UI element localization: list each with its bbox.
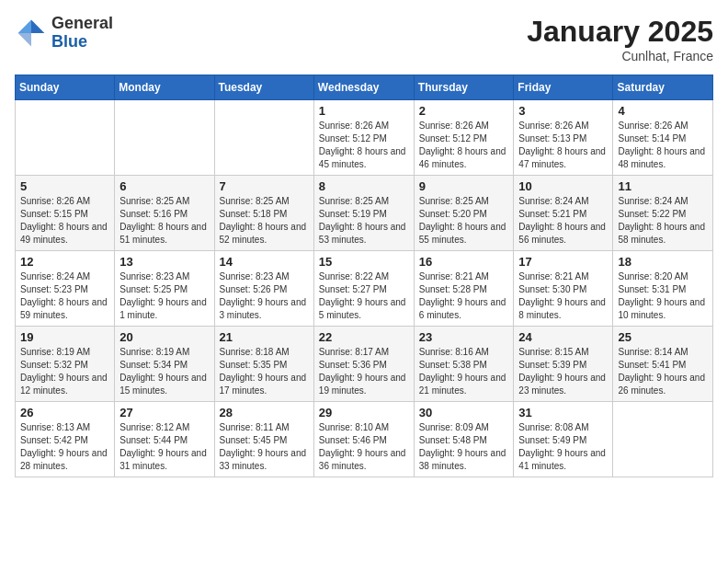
day-info: Sunrise: 8:19 AMSunset: 5:34 PMDaylight:… <box>119 346 209 397</box>
day-info: Sunrise: 8:26 AMSunset: 5:12 PMDaylight:… <box>419 120 509 171</box>
day-info: Sunrise: 8:21 AMSunset: 5:30 PMDaylight:… <box>518 270 608 322</box>
day-number: 20 <box>119 330 209 344</box>
day-info: Sunrise: 8:08 AMSunset: 5:49 PMDaylight:… <box>518 421 608 473</box>
location: Cunlhat, France <box>527 49 713 63</box>
calendar-cell: 2Sunrise: 8:26 AMSunset: 5:12 PMDaylight… <box>414 100 514 176</box>
day-info: Sunrise: 8:26 AMSunset: 5:14 PMDaylight:… <box>618 120 708 171</box>
day-number: 1 <box>319 104 409 118</box>
weekday-header: Thursday <box>414 75 514 100</box>
day-number: 5 <box>20 179 109 193</box>
day-info: Sunrise: 8:23 AMSunset: 5:25 PMDaylight:… <box>119 270 209 322</box>
day-info: Sunrise: 8:20 AMSunset: 5:31 PMDaylight:… <box>618 270 708 322</box>
calendar-cell: 28Sunrise: 8:11 AMSunset: 5:45 PMDayligh… <box>214 402 313 477</box>
day-number: 23 <box>419 330 509 344</box>
weekday-header: Friday <box>514 75 613 100</box>
day-info: Sunrise: 8:17 AMSunset: 5:36 PMDaylight:… <box>319 346 409 397</box>
calendar-week-row: 1Sunrise: 8:26 AMSunset: 5:12 PMDaylight… <box>16 100 713 176</box>
day-number: 3 <box>518 104 608 118</box>
calendar-cell: 7Sunrise: 8:25 AMSunset: 5:18 PMDaylight… <box>214 176 313 251</box>
day-info: Sunrise: 8:24 AMSunset: 5:21 PMDaylight:… <box>518 195 608 247</box>
day-number: 16 <box>419 255 509 269</box>
day-info: Sunrise: 8:26 AMSunset: 5:13 PMDaylight:… <box>518 120 608 171</box>
day-number: 9 <box>419 179 509 193</box>
day-info: Sunrise: 8:24 AMSunset: 5:22 PMDaylight:… <box>618 195 708 247</box>
calendar-cell: 12Sunrise: 8:24 AMSunset: 5:23 PMDayligh… <box>16 251 115 327</box>
svg-marker-1 <box>18 19 31 32</box>
calendar-cell: 23Sunrise: 8:16 AMSunset: 5:38 PMDayligh… <box>414 327 514 402</box>
day-number: 25 <box>618 330 708 344</box>
day-number: 17 <box>518 255 608 269</box>
calendar-cell <box>214 100 313 176</box>
calendar-cell: 19Sunrise: 8:19 AMSunset: 5:32 PMDayligh… <box>16 327 115 402</box>
calendar-cell <box>613 402 713 477</box>
day-number: 15 <box>319 255 409 269</box>
calendar-cell: 10Sunrise: 8:24 AMSunset: 5:21 PMDayligh… <box>514 176 613 251</box>
day-info: Sunrise: 8:23 AMSunset: 5:26 PMDaylight:… <box>220 270 309 322</box>
calendar-cell: 1Sunrise: 8:26 AMSunset: 5:12 PMDaylight… <box>313 100 414 176</box>
day-number: 18 <box>618 255 708 269</box>
day-info: Sunrise: 8:25 AMSunset: 5:19 PMDaylight:… <box>319 195 409 247</box>
calendar-week-row: 12Sunrise: 8:24 AMSunset: 5:23 PMDayligh… <box>16 251 713 327</box>
weekday-header: Monday <box>115 75 214 100</box>
svg-marker-0 <box>31 19 44 32</box>
day-number: 13 <box>119 255 209 269</box>
day-number: 4 <box>618 104 708 118</box>
logo-blue: Blue <box>51 33 113 52</box>
day-number: 11 <box>618 179 708 193</box>
day-info: Sunrise: 8:13 AMSunset: 5:42 PMDaylight:… <box>20 421 109 473</box>
calendar-cell: 9Sunrise: 8:25 AMSunset: 5:20 PMDaylight… <box>414 176 514 251</box>
day-info: Sunrise: 8:26 AMSunset: 5:15 PMDaylight:… <box>20 195 109 247</box>
calendar-cell: 26Sunrise: 8:13 AMSunset: 5:42 PMDayligh… <box>16 402 115 477</box>
calendar-cell: 4Sunrise: 8:26 AMSunset: 5:14 PMDaylight… <box>613 100 713 176</box>
day-number: 21 <box>220 330 309 344</box>
calendar-cell: 29Sunrise: 8:10 AMSunset: 5:46 PMDayligh… <box>313 402 414 477</box>
day-info: Sunrise: 8:15 AMSunset: 5:39 PMDaylight:… <box>518 346 608 397</box>
day-number: 19 <box>20 330 109 344</box>
calendar-week-row: 19Sunrise: 8:19 AMSunset: 5:32 PMDayligh… <box>16 327 713 402</box>
weekday-header: Sunday <box>16 75 115 100</box>
day-info: Sunrise: 8:25 AMSunset: 5:18 PMDaylight:… <box>220 195 309 247</box>
logo-icon <box>15 17 48 50</box>
calendar-week-row: 26Sunrise: 8:13 AMSunset: 5:42 PMDayligh… <box>16 402 713 477</box>
calendar-cell: 13Sunrise: 8:23 AMSunset: 5:25 PMDayligh… <box>115 251 214 327</box>
day-number: 30 <box>419 406 509 419</box>
day-number: 22 <box>319 330 409 344</box>
calendar-cell: 27Sunrise: 8:12 AMSunset: 5:44 PMDayligh… <box>115 402 214 477</box>
day-number: 7 <box>220 179 309 193</box>
day-number: 26 <box>20 406 109 419</box>
day-info: Sunrise: 8:22 AMSunset: 5:27 PMDaylight:… <box>319 270 409 322</box>
day-number: 8 <box>319 179 409 193</box>
logo-text: General Blue <box>51 15 113 52</box>
day-info: Sunrise: 8:21 AMSunset: 5:28 PMDaylight:… <box>419 270 509 322</box>
day-number: 12 <box>20 255 109 269</box>
day-number: 27 <box>119 406 209 419</box>
weekday-header: Tuesday <box>214 75 313 100</box>
weekday-header: Wednesday <box>313 75 414 100</box>
calendar-cell: 18Sunrise: 8:20 AMSunset: 5:31 PMDayligh… <box>613 251 713 327</box>
month-title: January 2025 <box>527 15 713 49</box>
calendar-cell: 25Sunrise: 8:14 AMSunset: 5:41 PMDayligh… <box>613 327 713 402</box>
calendar-cell: 24Sunrise: 8:15 AMSunset: 5:39 PMDayligh… <box>514 327 613 402</box>
calendar-table: SundayMondayTuesdayWednesdayThursdayFrid… <box>15 75 713 477</box>
logo-general: General <box>51 15 113 33</box>
calendar-cell: 5Sunrise: 8:26 AMSunset: 5:15 PMDaylight… <box>16 176 115 251</box>
day-number: 28 <box>220 406 309 419</box>
calendar-cell: 30Sunrise: 8:09 AMSunset: 5:48 PMDayligh… <box>414 402 514 477</box>
day-info: Sunrise: 8:12 AMSunset: 5:44 PMDaylight:… <box>119 421 209 473</box>
day-number: 2 <box>419 104 509 118</box>
day-number: 31 <box>518 406 608 419</box>
day-info: Sunrise: 8:16 AMSunset: 5:38 PMDaylight:… <box>419 346 509 397</box>
day-number: 24 <box>518 330 608 344</box>
day-info: Sunrise: 8:19 AMSunset: 5:32 PMDaylight:… <box>20 346 109 397</box>
calendar-cell: 17Sunrise: 8:21 AMSunset: 5:30 PMDayligh… <box>514 251 613 327</box>
title-block: January 2025 Cunlhat, France <box>527 15 713 63</box>
calendar-cell: 16Sunrise: 8:21 AMSunset: 5:28 PMDayligh… <box>414 251 514 327</box>
calendar-cell: 20Sunrise: 8:19 AMSunset: 5:34 PMDayligh… <box>115 327 214 402</box>
calendar-cell: 8Sunrise: 8:25 AMSunset: 5:19 PMDaylight… <box>313 176 414 251</box>
day-number: 6 <box>119 179 209 193</box>
logo: General Blue <box>15 15 113 52</box>
calendar-cell: 22Sunrise: 8:17 AMSunset: 5:36 PMDayligh… <box>313 327 414 402</box>
calendar-cell <box>115 100 214 176</box>
calendar-cell <box>16 100 115 176</box>
day-number: 10 <box>518 179 608 193</box>
